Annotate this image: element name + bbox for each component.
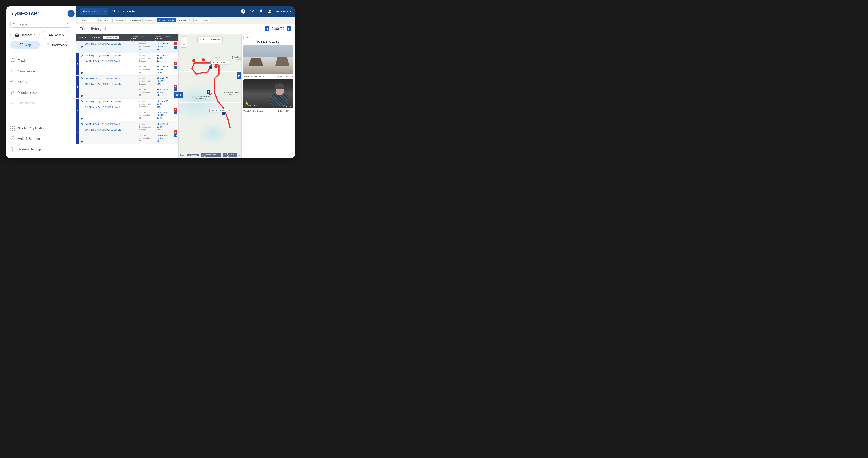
front-camera-image[interactable] <box>244 45 293 74</box>
sidebar-item-sustainability[interactable]: Sustainability+ <box>10 98 71 108</box>
leaf-icon <box>10 100 15 106</box>
map-cluster-marker[interactable]: 5 <box>207 90 211 94</box>
nav-chip-assets[interactable]: Assets <box>42 31 71 39</box>
expand-icon: + <box>69 90 71 95</box>
camera-panel-title: Vehicle 1 - Speeding <box>244 41 293 44</box>
page-header: Trips History ◀ 01/06/22 ▶ <box>76 24 295 34</box>
truck-icon <box>49 33 53 37</box>
trip-number: 1 <box>76 53 80 75</box>
sidebar-item-geotab-applications[interactable]: Geotab Applications <box>10 124 71 133</box>
map-type-map[interactable]: Map <box>198 36 208 42</box>
bell-icon[interactable] <box>259 9 264 14</box>
nav-chip-dashboard[interactable]: Dashboard <box>10 31 40 39</box>
help-icon[interactable]: ? <box>241 9 246 14</box>
svg-point-2 <box>50 35 51 36</box>
map-stop-marker[interactable] <box>221 112 225 116</box>
legend-remove-all[interactable]: ✕ Remove all <box>223 153 237 157</box>
play-icon[interactable]: ▶ <box>245 105 247 107</box>
alert-badge[interactable]: ▲ <box>174 62 177 65</box>
sidebar-item-system-settings[interactable]: System Settings <box>10 144 71 155</box>
jump-to-input[interactable] <box>17 23 62 26</box>
expand-icon: + <box>69 69 71 73</box>
collapse-sidebar-button[interactable] <box>68 10 75 17</box>
help-icon <box>10 136 15 141</box>
map-tooltip: Vehicle 1, Stop #1,3 <box>210 61 230 64</box>
nav-chip-bookmarks[interactable]: Bookmarks <box>42 41 71 49</box>
ruler-icon <box>10 79 15 85</box>
menu-badge[interactable]: ⋯ <box>174 46 177 49</box>
map-tooltip: Vehicle 1, Stop #2,4,6 <box>210 109 231 112</box>
app-window: myGEOTAB™ ⇧F Dashboard Assets <box>6 6 295 159</box>
map-alert-marker[interactable] <box>214 65 218 68</box>
page-title: Trips History <box>80 27 101 31</box>
legend-inside-zone[interactable]: ★ Stopped Inside Zone <box>200 153 221 157</box>
groups-filter-dropdown[interactable]: ▾ <box>102 8 108 15</box>
sidebar-item-maintenance[interactable]: Maintenance+ <box>10 87 71 98</box>
svg-point-8 <box>12 148 13 150</box>
nav-chip-map[interactable]: Map <box>10 41 40 49</box>
map-panel[interactable]: ◀ ▶ ▶ <box>179 34 241 159</box>
cursor-icon: 👆 <box>245 101 249 105</box>
zoom-out-button[interactable]: − <box>181 42 187 47</box>
menu-badge[interactable]: ⋯ <box>174 88 177 91</box>
alert-badge[interactable]: ▲ <box>174 108 177 111</box>
menu-badge[interactable]: ⋯ <box>174 66 177 69</box>
map-poi-label: M-Con Pipe Products In <box>227 56 241 60</box>
expand-cam-tab[interactable]: ▶ <box>237 72 241 79</box>
rear-camera-video[interactable]: 👆 ▶ 0:02 / 0:30 🔊 ⛶ ⋮ <box>244 79 293 108</box>
alert-badge[interactable]: ▲ <box>174 85 177 88</box>
svg-point-3 <box>52 35 53 36</box>
fullscreen-icon[interactable]: ⛶ <box>286 105 288 107</box>
apps-grid-icon <box>10 126 15 131</box>
expand-trips-tab[interactable]: ▶ <box>179 92 183 98</box>
show-trips-button[interactable]: Show trips ▮▮ <box>103 36 119 39</box>
sidebar-item-track[interactable]: Track+ <box>10 55 71 66</box>
mail-icon[interactable] <box>250 9 254 14</box>
tool-map-options[interactable]: Map options▾ <box>193 18 210 23</box>
volume-icon[interactable]: 🔊 <box>282 105 285 107</box>
trip-row[interactable]: 1 189 Hilltop Dr, Ayr, ON N0B 1E0, Canad… <box>76 53 178 76</box>
collapse-trips-tab[interactable]: ◀ <box>174 92 179 98</box>
tool-show-all-trips[interactable]: Show all trips ▮▮ <box>157 18 176 23</box>
trip-row[interactable]: 3 189 Hilltop Dr, Ayr, ON N0B 1E0, Canad… <box>76 99 178 122</box>
map-alert-marker[interactable] <box>192 59 195 62</box>
prev-date-button[interactable]: ◀ <box>265 27 269 31</box>
alert-badge[interactable]: ▲ <box>174 130 177 134</box>
map-alert-marker[interactable] <box>202 58 205 61</box>
more-icon[interactable]: ⋮ <box>290 105 292 107</box>
map-type-satellite[interactable]: Satellite <box>208 36 222 42</box>
trip-row[interactable]: 2 140 Melair Dr, Ayr, ON N0B 1E0, Canada… <box>76 75 178 99</box>
tool-live-positions[interactable]: Live positions <box>126 18 143 23</box>
groups-filter[interactable]: Groups filter ▾ <box>80 8 108 15</box>
tool-summary[interactable]: Summary <box>112 18 125 23</box>
sidebar-item-compliance[interactable]: Compliance+ <box>10 66 71 76</box>
legend-stopped[interactable]: ■ Stopped <box>187 154 198 156</box>
sidebar-item-help-support[interactable]: Help & Support <box>10 133 71 144</box>
back-button[interactable]: Back <box>244 36 252 39</box>
menu-badge[interactable]: ⋯ <box>174 111 177 115</box>
camera-panel: Back Vehicle 1 - Speeding Vehicle 1: Fro… <box>241 34 295 159</box>
trip-row[interactable]: 4 140 Melair Dr, Ayr, ON N0B 1E0, Canada… <box>76 121 178 144</box>
trip-number: 2 <box>76 75 80 98</box>
bookmark-page-icon[interactable] <box>103 27 106 31</box>
tool-search[interactable]: ▾ <box>78 18 97 23</box>
expand-icon: + <box>69 58 71 63</box>
tool-options[interactable]: Options▾ <box>98 18 111 23</box>
map-icon <box>19 43 23 47</box>
trips-header: Thu Jan 06 Vehicle 1 Show trips ▮▮ Total… <box>76 34 178 41</box>
progress-bar[interactable] <box>259 105 281 106</box>
next-date-button[interactable]: ▶ <box>287 27 291 31</box>
app-logo: myGEOTAB™ <box>10 11 39 17</box>
front-camera-label: Vehicle 1: Front Camera <box>244 76 265 78</box>
tool-report[interactable]: Report▾ <box>144 18 155 23</box>
user-menu[interactable]: User Name ▾ <box>268 9 291 13</box>
user-icon <box>268 9 272 13</box>
zoom-in-button[interactable]: + <box>181 36 187 42</box>
tool-add-zone[interactable]: Add zone ☆ <box>177 18 192 23</box>
jump-to-search[interactable]: ⇧F <box>10 21 71 28</box>
menu-badge[interactable]: ⋯ <box>174 134 177 137</box>
map-stop-marker[interactable] <box>209 66 212 69</box>
sidebar-item-safety[interactable]: Safety+ <box>10 76 71 87</box>
bookmark-icon <box>46 43 50 47</box>
topbar: Groups filter ▾ All groups selected ? Us… <box>76 6 295 17</box>
